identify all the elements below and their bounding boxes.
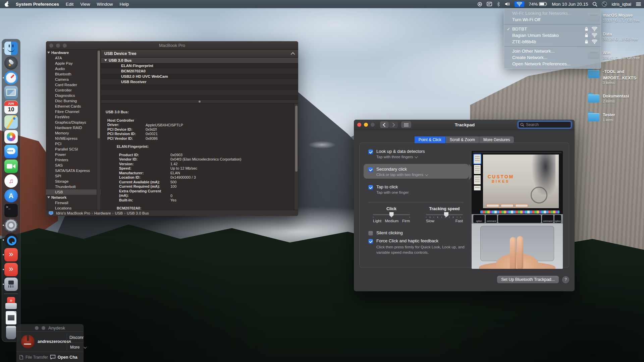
- tab[interactable]: Scroll & Zoom: [446, 136, 479, 143]
- spotlight-search-icon[interactable]: [592, 2, 597, 7]
- menu-item[interactable]: View: [80, 2, 90, 7]
- sidebar-item[interactable]: Parallel SCSI: [46, 146, 101, 152]
- dock-item[interactable]: [2, 144, 20, 159]
- pane-splitter[interactable]: [101, 100, 298, 104]
- tree-row-root[interactable]: USB 3.0 Bus: [101, 58, 298, 63]
- minimize-button[interactable]: [56, 44, 60, 48]
- tab[interactable]: More Gestures: [479, 136, 514, 143]
- dock-item[interactable]: [2, 115, 20, 129]
- sidebar-item[interactable]: Memory: [46, 130, 101, 136]
- dock-item[interactable]: >_: [2, 203, 20, 218]
- bluetooth-icon[interactable]: [496, 2, 500, 7]
- disclosure-triangle-icon[interactable]: [47, 196, 50, 198]
- dock-item[interactable]: [2, 159, 20, 174]
- wifi-network-item[interactable]: Bagian Umum Setdako: [504, 32, 601, 39]
- dock-item[interactable]: [2, 277, 20, 292]
- sidebar-item[interactable]: SAS: [46, 163, 101, 168]
- activity-monitor-icon[interactable]: [487, 2, 492, 6]
- wifi-network-item[interactable]: ZTE-bf6b4b: [504, 39, 601, 45]
- tree-row[interactable]: USB Receiver: [101, 79, 298, 84]
- dock-item[interactable]: [2, 41, 20, 56]
- dock-item[interactable]: »: [2, 247, 20, 262]
- sidebar-group-network[interactable]: Network: [46, 195, 101, 200]
- tab[interactable]: Point & Click: [415, 136, 446, 143]
- checkbox-checked[interactable]: [368, 239, 373, 244]
- close-button[interactable]: [49, 44, 53, 48]
- collapse-chevron-icon[interactable]: [291, 52, 295, 56]
- force-click-row[interactable]: Force Click and haptic feedback: [368, 238, 472, 244]
- scrollbar-thumb[interactable]: [295, 106, 298, 172]
- gesture-demo-video[interactable]: CUSTOM BIKES optioncommandcommandoption: [472, 151, 563, 269]
- close-button[interactable]: [35, 326, 39, 330]
- tracking-speed-slider[interactable]: [426, 214, 463, 215]
- wifi-menu-action[interactable]: Open Network Preferences...: [504, 61, 601, 67]
- wifi-turn-off-item[interactable]: Turn Wi-Fi Off: [504, 16, 601, 23]
- sidebar-item[interactable]: SPI: [46, 173, 101, 179]
- menu-item[interactable]: Edit: [66, 2, 73, 7]
- chevron-down-icon[interactable]: [415, 155, 418, 158]
- trackpad-option-row[interactable]: Secondary click Click or tap with two fi…: [360, 167, 472, 179]
- menu-item[interactable]: Help: [119, 2, 129, 7]
- volume-icon[interactable]: [505, 2, 510, 6]
- checkbox-checked[interactable]: [368, 185, 373, 190]
- disclosure-triangle-icon[interactable]: [104, 59, 107, 61]
- more-button[interactable]: More: [70, 345, 86, 350]
- dock-item[interactable]: [2, 310, 20, 325]
- sidebar-item[interactable]: USB: [46, 189, 101, 195]
- sidebar-item[interactable]: Ethernet Cards: [46, 104, 101, 109]
- window-titlebar[interactable]: MacBook Pro: [46, 41, 298, 50]
- desktop-folder-icon[interactable]: Tester 1 item: [588, 112, 644, 122]
- tree-row[interactable]: BCM20702A0: [101, 68, 298, 74]
- click-slider[interactable]: [373, 214, 410, 215]
- sidebar-item[interactable]: Card Reader: [46, 82, 101, 87]
- close-button[interactable]: [357, 123, 361, 127]
- sidebar-group-hardware[interactable]: Hardware: [46, 50, 101, 55]
- dock-item[interactable]: [2, 129, 20, 144]
- help-button[interactable]: ?: [562, 276, 569, 283]
- show-all-button[interactable]: [401, 121, 411, 128]
- wifi-menu-action[interactable]: Create Network...: [504, 54, 601, 61]
- sidebar-item[interactable]: Apple Pay: [46, 61, 101, 66]
- sidebar-item[interactable]: Power: [46, 152, 101, 157]
- sidebar-item[interactable]: ATA: [46, 55, 101, 61]
- file-transfer-button[interactable]: File Transfer: [25, 355, 48, 360]
- dock-item[interactable]: [2, 70, 20, 85]
- screen-record-icon[interactable]: [477, 2, 482, 7]
- dock-item[interactable]: ♫: [2, 174, 20, 188]
- tree-row[interactable]: USB2.0 HD UVC WebCam: [101, 74, 298, 79]
- trackpad-option-row[interactable]: Tap to click Tap with one finger: [360, 184, 472, 197]
- silent-clicking-row[interactable]: Silent clicking: [368, 230, 472, 236]
- sidebar-item[interactable]: Graphics/Displays: [46, 120, 101, 125]
- sidebar-item[interactable]: SATA/SATA Express: [46, 168, 101, 173]
- sidebar-scrollbar[interactable]: [97, 50, 100, 210]
- dock-item[interactable]: [2, 56, 20, 70]
- wifi-network-item[interactable]: ✓ BDTBT: [504, 26, 601, 32]
- minimize-button[interactable]: [364, 123, 368, 127]
- dock-item[interactable]: JUN 10: [2, 100, 20, 115]
- breadcrumb-segment[interactable]: Idris's MacBook Pro: [55, 211, 90, 215]
- checkbox-checked[interactable]: [368, 149, 373, 154]
- active-app-menu[interactable]: System Preferences: [16, 2, 59, 7]
- sidebar-item[interactable]: Thunderbolt: [46, 184, 101, 189]
- menu-item[interactable]: Window: [97, 2, 113, 7]
- search-input[interactable]: [518, 121, 571, 128]
- sidebar-item[interactable]: Firewall: [46, 200, 101, 205]
- zoom-button[interactable]: [63, 44, 67, 48]
- chevron-down-icon[interactable]: [425, 173, 428, 176]
- open-chat-button[interactable]: Open Cha: [58, 355, 77, 360]
- sidebar-item[interactable]: Disc Burning: [46, 98, 101, 104]
- checkbox-unchecked[interactable]: [368, 231, 373, 236]
- breadcrumb-segment[interactable]: › USB: [112, 211, 123, 215]
- dock-item[interactable]: »: [2, 262, 20, 277]
- sidebar-item[interactable]: Locations: [46, 205, 101, 210]
- forward-button[interactable]: [389, 121, 398, 128]
- dock-item[interactable]: [2, 292, 20, 296]
- dock-item[interactable]: [2, 233, 20, 247]
- sidebar-item[interactable]: Hardware RAID: [46, 125, 101, 130]
- sidebar-item[interactable]: Audio: [46, 66, 101, 71]
- trackpad-option-row[interactable]: Look up & data detectors Tap with three …: [360, 149, 472, 162]
- apple-menu-icon[interactable]: [5, 2, 9, 7]
- disclosure-triangle-icon[interactable]: [47, 52, 50, 54]
- details-scrollbar[interactable]: [294, 104, 298, 210]
- back-button[interactable]: [380, 121, 389, 128]
